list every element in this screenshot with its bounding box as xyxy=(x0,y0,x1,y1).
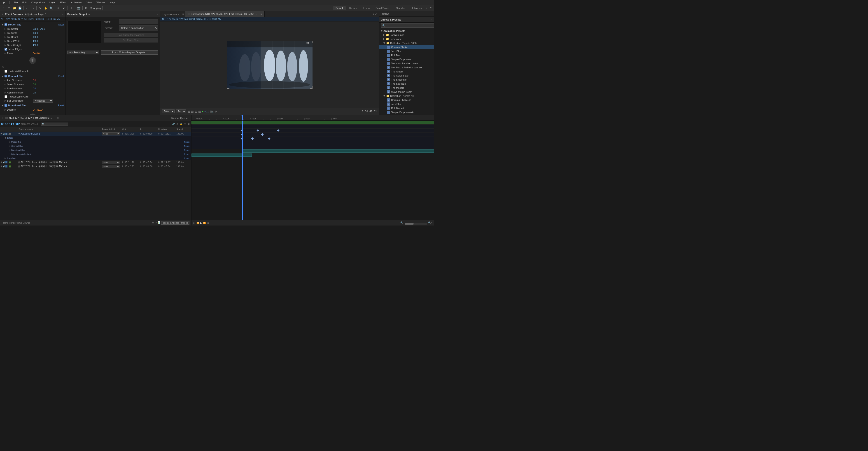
expand-output-width[interactable]: ▷ xyxy=(4,40,6,42)
timeline-current-time[interactable]: 0:00:47:02 xyxy=(1,122,20,126)
viewer-color-btn[interactable]: ● xyxy=(202,110,204,113)
ws-tab-libraries[interactable]: Libraries xyxy=(410,6,424,10)
ep-item-roll-blur[interactable]: fx Roll Blur xyxy=(379,53,434,57)
zoom-btn[interactable]: 🔍 xyxy=(49,6,53,10)
layer-panel-menu[interactable]: ≡ xyxy=(178,13,179,15)
l3-parent-select[interactable]: None xyxy=(102,165,120,168)
export-template-btn[interactable]: Export Motion Graphics Template... xyxy=(101,50,158,55)
l2-audio-icon[interactable]: 🔊 xyxy=(3,161,5,163)
tl-close-icon[interactable]: ✕ xyxy=(2,117,4,119)
ep-item-chroma-shake-4k[interactable]: fx Chroma Shake 4K xyxy=(379,98,434,102)
select-btn[interactable]: ↖ xyxy=(38,6,42,10)
ep-search-input[interactable] xyxy=(381,24,434,28)
comp-close-icon[interactable]: ✕ xyxy=(182,13,184,15)
horiz-phase-checkbox[interactable] xyxy=(4,70,7,73)
tl-lock-btn[interactable]: 🔒 xyxy=(179,122,183,126)
ep-item-jerk-blur[interactable]: fx Jerk Blur xyxy=(379,49,434,53)
tl-bottom-prev[interactable]: ⏪ xyxy=(196,222,199,224)
tl-fx-db-reset[interactable]: Reset xyxy=(184,149,191,151)
ep-item-gleam[interactable]: fx The Gleam xyxy=(379,69,434,73)
ep-item-deflection-4k[interactable]: 📁 Deflection Presets 4k xyxy=(379,94,434,98)
camera-btn[interactable]: 📷 xyxy=(76,6,81,10)
viewer-tab-layer[interactable]: Layer (none) ≡ xyxy=(160,11,181,17)
kf-1[interactable] xyxy=(241,129,243,132)
ep-category-animation[interactable]: Animation Presets xyxy=(379,29,434,33)
layer-3-row[interactable]: 👁 🔊 3 □ ■ 🎥 NCT 127…heck (불가사의; 不可思議) MV… xyxy=(0,164,191,168)
tl-bottom-home[interactable]: ⏮ xyxy=(193,222,195,224)
viewer-tab-expand[interactable]: ⤢ xyxy=(375,13,377,15)
menu-animation[interactable]: Animation xyxy=(70,1,83,4)
fx-prop-val-green-blur[interactable]: 0.0 xyxy=(33,83,36,86)
tl-fx-db-expand[interactable]: ▷ xyxy=(9,149,10,151)
kf-db-3[interactable] xyxy=(268,137,270,140)
zoom-select[interactable]: 50% xyxy=(162,109,175,113)
pen-btn[interactable]: ✏ xyxy=(56,6,61,10)
ep-item-simple-dropdown[interactable]: fx Simple Dropdown xyxy=(379,57,434,61)
brush-btn[interactable]: 🖌 xyxy=(62,6,66,10)
tl-zoom-slider[interactable] xyxy=(405,223,427,225)
viewer-snapshot-btn[interactable]: ⊙ xyxy=(215,110,217,113)
text-btn[interactable]: T xyxy=(69,6,73,10)
ws-overflow[interactable]: » xyxy=(425,6,428,10)
open-btn[interactable]: 📁 xyxy=(12,6,17,10)
l2-lock-icon[interactable]: □ xyxy=(8,161,9,163)
kf-cb-1[interactable] xyxy=(241,133,243,136)
l1-audio-icon[interactable]: 🔊 xyxy=(3,133,5,135)
ep-item-smoothie[interactable]: fx The Smoothie xyxy=(379,78,434,82)
ep-item-wave-morph[interactable]: fx Wave Morph Zoom xyxy=(379,90,434,94)
ep-item-roll-blur-4k[interactable]: fx Roll Blur 4K xyxy=(379,106,434,110)
expand-alpha-blur[interactable]: ▷ xyxy=(4,91,6,94)
tl-fx-tr-reset[interactable]: Reset xyxy=(184,157,191,159)
set-poster-btn[interactable]: Set Poster Time xyxy=(104,38,158,42)
fx-prop-val-output-height[interactable]: 400.0 xyxy=(33,44,38,46)
l1-parent-select[interactable]: None xyxy=(102,132,120,135)
l3-lock-icon[interactable]: □ xyxy=(8,165,9,167)
status-icon-2[interactable]: ⊙ xyxy=(155,221,157,225)
fx-prop-val-phase[interactable]: 0x+0.0° xyxy=(33,52,40,55)
home-btn[interactable]: ⌂ xyxy=(1,6,6,10)
fx-prop-val-red-blur[interactable]: 0.0 xyxy=(33,79,36,82)
fx-prop-val-output-width[interactable]: 400.0 xyxy=(33,40,38,42)
save-btn[interactable]: 💾 xyxy=(18,6,22,10)
expand-red-blur[interactable]: ▷ xyxy=(4,79,6,82)
layer-1-row[interactable]: 👁 🔊 1 □ ■ ▼ Adjustment Layer 1 xyxy=(0,132,191,136)
ep-item-slot-machine[interactable]: fx Slot machine drop down xyxy=(379,61,434,65)
hand-btn[interactable]: ✋ xyxy=(43,6,48,10)
ep-item-deflection-1080[interactable]: 📁 Deflection Presets 1080 xyxy=(379,41,434,45)
kf-cb-2[interactable] xyxy=(261,133,264,136)
ws-tab-default[interactable]: Default xyxy=(333,6,346,10)
tl-solo-btn[interactable]: ⊕ xyxy=(176,122,179,126)
render-queue-tab[interactable]: Render Queue xyxy=(169,116,189,120)
timeline-ruler[interactable]: 46:12f 47:00f 47:12f 48:00f 48:12f 49:00 xyxy=(191,115,434,121)
l2-parent-select[interactable]: None xyxy=(102,161,120,164)
tl-fx-bc-expand[interactable]: ▷ xyxy=(9,153,10,155)
l2-eye-icon[interactable]: 👁 xyxy=(0,161,2,163)
viewer-grid-btn[interactable]: ⊞ xyxy=(187,110,190,113)
menu-file[interactable]: File xyxy=(13,1,19,4)
ep-item-slot-ma-drop-4k[interactable]: fx Slot ma...e drop down 4K xyxy=(379,114,434,115)
ws-tab-small-screen[interactable]: Small Screen xyxy=(373,6,393,10)
expand-tile-height[interactable]: ▷ xyxy=(4,36,6,38)
expand-blur-dim[interactable]: ▷ xyxy=(4,100,6,102)
viewer-reset-btn[interactable]: +0.0 xyxy=(204,110,209,113)
fx-reset-motion-tile[interactable]: Reset xyxy=(58,24,64,26)
tl-zoom-out[interactable]: 🔍- xyxy=(400,221,404,225)
status-icon-1[interactable]: ⊞ xyxy=(152,221,154,225)
tl-bottom-next[interactable]: ⏩ xyxy=(203,222,206,224)
solo-btn[interactable]: Solo Supported Properties xyxy=(104,33,158,37)
menu-help[interactable]: Help xyxy=(109,1,116,4)
snap-toggle[interactable]: ⊞ xyxy=(84,6,89,10)
tl-settings-btn[interactable]: ⚙ xyxy=(187,122,190,126)
ep-menu-btn[interactable]: ≡ xyxy=(431,18,432,21)
expand-blue-blur[interactable]: ▷ xyxy=(4,87,6,90)
expand-tile-center[interactable]: ▷ xyxy=(4,28,6,30)
tl-fx-mt-expand[interactable]: ▷ xyxy=(9,141,10,143)
fx-prop-val-tile-height[interactable]: 100.0 xyxy=(33,36,38,38)
tl-fx-cb-expand[interactable]: ▷ xyxy=(9,145,10,147)
ws-tab-standard[interactable]: Standard xyxy=(394,6,408,10)
l3-eye-icon[interactable]: 👁 xyxy=(0,165,2,167)
ep-item-squeeze[interactable]: fx The Squeeze xyxy=(379,82,434,86)
new-btn[interactable]: ◻ xyxy=(7,6,11,10)
viewer-3d-btn[interactable]: ⊡ xyxy=(198,110,201,113)
expand-green-blur[interactable]: ▷ xyxy=(4,83,6,86)
